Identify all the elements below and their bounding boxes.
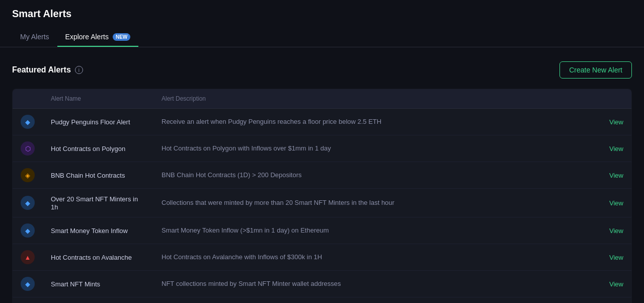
alert-view-cell: View [601, 244, 631, 271]
view-link[interactable]: View [609, 254, 623, 261]
view-link[interactable]: View [609, 280, 623, 288]
table-row: ◆ Smart Money Token Inflow Smart Money T… [13, 217, 632, 244]
create-alert-button[interactable]: Create New Alert [559, 61, 632, 79]
table-row: ◈ BNB Chain Hot Contracts BNB Chain Hot … [13, 162, 632, 189]
alert-view-cell: View [601, 271, 631, 297]
alert-view-cell: View [601, 297, 631, 304]
page-title: Smart Alerts [12, 8, 632, 28]
col-icon [13, 89, 43, 109]
page-header: Smart Alerts My Alerts Explore Alerts NE… [0, 0, 644, 47]
table-row: ◆ Pudgy Penguins Floor Alert Receive an … [13, 109, 632, 135]
section-title-row: Featured Alerts i [12, 65, 83, 74]
alert-icon: ⬡ [21, 141, 35, 156]
alert-icon: ◆ [21, 277, 35, 291]
alert-icon-cell: ⬡ [13, 297, 43, 304]
alerts-table: Alert Name Alert Description ◆ Pudgy Pen… [12, 89, 632, 303]
table-row: ⬡ Smart Money on Polygon Smart Money wal… [13, 297, 632, 304]
alert-name: Smart NFT Mints [43, 271, 153, 297]
info-icon[interactable]: i [75, 66, 83, 74]
alert-description: NFT collections minted by Smart NFT Mint… [153, 271, 601, 297]
view-link[interactable]: View [609, 199, 623, 207]
alert-name: Hot Contracts on Avalanche [43, 244, 153, 271]
view-link[interactable]: View [609, 172, 623, 179]
alerts-table-body: ◆ Pudgy Penguins Floor Alert Receive an … [13, 109, 632, 304]
alert-icon-cell: ⬡ [13, 135, 43, 162]
table-row: ◆ Smart NFT Mints NFT collections minted… [13, 271, 632, 297]
alert-name: Over 20 Smart NFT Minters in 1h [43, 189, 153, 217]
alert-icon-cell: ◆ [13, 109, 43, 135]
alert-description: Hot Contracts on Avalanche with Inflows … [153, 244, 601, 271]
alert-icon-cell: ▲ [13, 244, 43, 271]
alert-name: Hot Contracts on Polygon [43, 135, 153, 162]
table-row: ⬡ Hot Contracts on Polygon Hot Contracts… [13, 135, 632, 162]
alert-view-cell: View [601, 162, 631, 189]
alert-description: Smart Money Token Inflow (>$1mn in 1 day… [153, 217, 601, 244]
alert-name: Smart Money Token Inflow [43, 217, 153, 244]
section-title: Featured Alerts [12, 65, 71, 74]
alert-icon: ◈ [21, 168, 35, 182]
col-action [601, 89, 631, 109]
alert-description: BNB Chain Hot Contracts (1D) > 200 Depos… [153, 162, 601, 189]
view-link[interactable]: View [609, 118, 623, 126]
alert-description: Receive an alert when Pudgy Penguins rea… [153, 109, 601, 135]
alert-view-cell: View [601, 217, 631, 244]
alert-name: Smart Money on Polygon [43, 297, 153, 304]
alert-name: BNB Chain Hot Contracts [43, 162, 153, 189]
view-link[interactable]: View [609, 145, 623, 153]
alert-view-cell: View [601, 109, 631, 135]
alert-icon-cell: ◆ [13, 217, 43, 244]
alert-description: Hot Contracts on Polygon with Inflows ov… [153, 135, 601, 162]
alert-name: Pudgy Penguins Floor Alert [43, 109, 153, 135]
section-header: Featured Alerts i Create New Alert [12, 61, 632, 79]
tab-explore-alerts[interactable]: Explore Alerts NEW [57, 28, 139, 47]
table-row: ▲ Hot Contracts on Avalanche Hot Contrac… [13, 244, 632, 271]
alert-icon: ◆ [21, 196, 35, 210]
col-alert-name: Alert Name [43, 89, 153, 109]
view-link[interactable]: View [609, 227, 623, 235]
alert-view-cell: View [601, 135, 631, 162]
alert-icon: ▲ [21, 250, 35, 264]
alert-description: Smart Money wallet addresses on Polygon … [153, 297, 601, 304]
table-row: ◆ Over 20 Smart NFT Minters in 1h Collec… [13, 189, 632, 217]
new-badge: NEW [113, 33, 130, 41]
alert-icon: ◆ [21, 115, 35, 129]
table-header: Alert Name Alert Description [13, 89, 632, 109]
alert-icon-cell: ◈ [13, 162, 43, 189]
col-alert-description: Alert Description [153, 89, 601, 109]
main-content: Featured Alerts i Create New Alert Alert… [0, 47, 644, 303]
tab-my-alerts[interactable]: My Alerts [12, 28, 57, 47]
alert-description: Collections that were minted by more tha… [153, 189, 601, 217]
alert-icon-cell: ◆ [13, 271, 43, 297]
alert-view-cell: View [601, 189, 631, 217]
alert-icon-cell: ◆ [13, 189, 43, 217]
tabs-nav: My Alerts Explore Alerts NEW [12, 28, 632, 47]
alert-icon: ◆ [21, 223, 35, 238]
